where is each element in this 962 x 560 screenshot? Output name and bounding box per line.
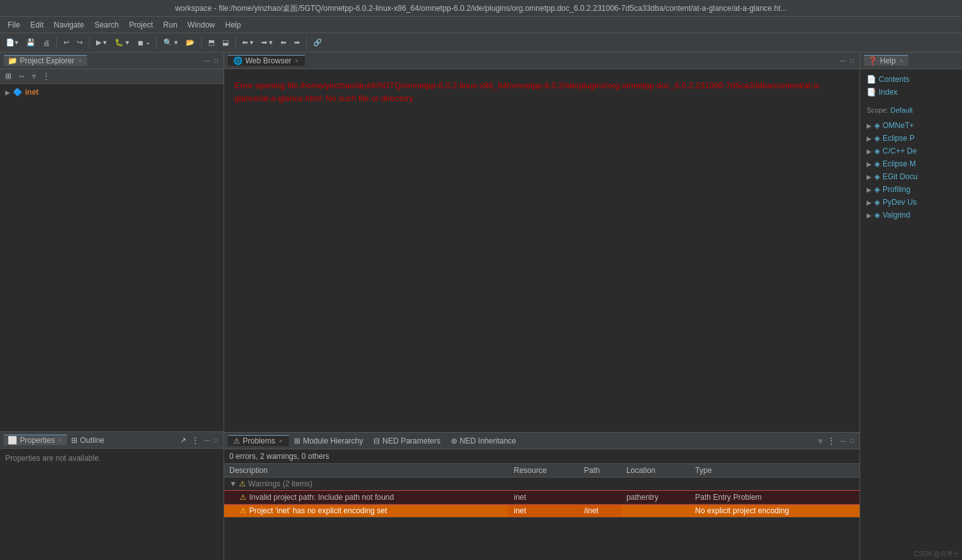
table-row-1[interactable]: ⚠ Invalid project path: Include path not… bbox=[224, 491, 860, 504]
tab-ned-inheritance[interactable]: ⊛ NED Inheritance bbox=[446, 435, 521, 446]
print-button[interactable]: 🖨 bbox=[40, 37, 53, 49]
help-item-profiling[interactable]: ▶ ◈ Profiling bbox=[864, 183, 958, 196]
ned-params-icon: ⊟ bbox=[373, 436, 380, 445]
col-description[interactable]: Description bbox=[224, 464, 509, 477]
tree-item-inet[interactable]: ▶ 🔷 inet bbox=[3, 86, 221, 98]
tab-module-hierarchy[interactable]: ⊞ Module Hierarchy bbox=[289, 435, 368, 446]
omnet-icon: ◈ bbox=[874, 121, 880, 130]
project-explorer-minimize[interactable]: — bbox=[202, 57, 212, 64]
nav1-button[interactable]: ⬅ bbox=[277, 36, 289, 49]
project-explorer-toolbar: ⊞ ↔ ▿ ⋮ bbox=[0, 69, 224, 84]
problems-filter-button[interactable]: ▿ bbox=[816, 435, 825, 447]
menu-item-window[interactable]: Window bbox=[183, 19, 220, 31]
redo-button[interactable]: ↪ bbox=[74, 36, 86, 49]
menu-item-help[interactable]: Help bbox=[220, 19, 247, 31]
external-button[interactable]: 🔗 bbox=[310, 36, 325, 49]
problems-maximize[interactable]: □ bbox=[848, 437, 856, 444]
project-explorer-maximize[interactable]: □ bbox=[212, 57, 220, 64]
properties-header: ⬜ Properties × ⊞ Outline ↗ ⋮ — □ bbox=[0, 432, 224, 449]
menu-item-navigate[interactable]: Navigate bbox=[49, 19, 89, 31]
help-item-pydev[interactable]: ▶ ◈ PyDev Us bbox=[864, 196, 958, 209]
row1-resource: inet bbox=[509, 491, 579, 504]
outline-label: Outline bbox=[80, 436, 104, 445]
tab-ned-parameters[interactable]: ⊟ NED Parameters bbox=[368, 435, 446, 446]
project-explorer-panel: 📁 Project Explorer × — □ ⊞ ↔ ▿ ⋮ ▶ 🔷 ine… bbox=[0, 52, 224, 432]
tree-icon-inet: 🔷 bbox=[13, 88, 22, 97]
properties-close[interactable]: × bbox=[58, 437, 63, 444]
tab-problems[interactable]: ⚠ Problems × bbox=[228, 435, 289, 446]
browser-maximize[interactable]: □ bbox=[848, 57, 856, 64]
explorer-menu-button[interactable]: ⋮ bbox=[40, 70, 53, 82]
forward-button[interactable]: ➡ ▾ bbox=[258, 36, 276, 49]
help-contents-link[interactable]: 📄 Contents bbox=[864, 73, 958, 86]
project-explorer-close[interactable]: × bbox=[77, 58, 83, 64]
tab-outline[interactable]: ⊞ Outline bbox=[67, 435, 108, 445]
tab-web-browser[interactable]: 🌐 Web Browser × bbox=[228, 55, 305, 66]
problems-menu-button[interactable]: ⋮ bbox=[825, 435, 838, 447]
group-collapse-icon[interactable]: ▼ bbox=[229, 479, 239, 488]
link-editor-button[interactable]: ↔ bbox=[15, 70, 28, 82]
nav2-button[interactable]: ➡ bbox=[291, 36, 303, 49]
row1-description: ⚠ Invalid project path: Include path not… bbox=[224, 491, 509, 504]
profiling-label: Profiling bbox=[883, 185, 910, 194]
browser-minimize[interactable]: — bbox=[838, 57, 848, 64]
open-type-button[interactable]: 📂 bbox=[183, 36, 198, 49]
project-explorer-header: 📁 Project Explorer × — □ bbox=[0, 52, 224, 69]
run-button[interactable]: ▶ ▾ bbox=[93, 36, 110, 49]
menu-bar: File Edit Navigate Search Project Run Wi… bbox=[0, 17, 962, 33]
help-item-omnet[interactable]: ▶ ◈ OMNeT+ bbox=[864, 119, 958, 132]
stop-button[interactable]: ⏹ ▾ bbox=[134, 37, 153, 49]
valgrind-icon: ◈ bbox=[874, 211, 880, 220]
save-button[interactable]: 💾 bbox=[23, 36, 38, 49]
tab-properties[interactable]: ⬜ Properties × bbox=[4, 435, 67, 445]
properties-maximize[interactable]: □ bbox=[212, 436, 220, 444]
chevron-eclipse-p: ▶ bbox=[867, 135, 872, 142]
menu-item-search[interactable]: Search bbox=[89, 19, 124, 31]
menu-item-project[interactable]: Project bbox=[124, 19, 158, 31]
col-location[interactable]: Location bbox=[621, 464, 690, 477]
browser-content: Error opening file /home/yinzhao/æ¡é¢/5G… bbox=[224, 69, 860, 432]
help-item-eclipse-p[interactable]: ▶ ◈ Eclipse P bbox=[864, 132, 958, 145]
left-panel: 📁 Project Explorer × — □ ⊞ ↔ ▿ ⋮ ▶ 🔷 ine… bbox=[0, 52, 224, 560]
col-resource[interactable]: Resource bbox=[509, 464, 579, 477]
help-close[interactable]: × bbox=[899, 58, 904, 64]
search-button[interactable]: 🔍 ▾ bbox=[160, 36, 181, 49]
perspective-button[interactable]: ⬓ bbox=[219, 36, 232, 49]
help-item-eclipse-m[interactable]: ▶ ◈ Eclipse M bbox=[864, 157, 958, 170]
problems-close[interactable]: × bbox=[278, 438, 284, 444]
col-type[interactable]: Type bbox=[690, 464, 860, 477]
prev-annotation-button[interactable]: ⬒ bbox=[205, 36, 218, 49]
help-item-valgrind[interactable]: ▶ ◈ Valgrind bbox=[864, 209, 958, 221]
help-item-cpp[interactable]: ▶ ◈ C/C++ De bbox=[864, 145, 958, 157]
properties-open-button[interactable]: ↗ bbox=[177, 435, 189, 446]
menu-item-edit[interactable]: Edit bbox=[25, 19, 49, 31]
center-panel: 🌐 Web Browser × — □ Error opening file /… bbox=[224, 52, 860, 560]
chevron-pydev: ▶ bbox=[867, 199, 872, 206]
menu-item-run[interactable]: Run bbox=[158, 19, 183, 31]
help-index-link[interactable]: 📑 Index bbox=[864, 86, 958, 99]
help-item-egit[interactable]: ▶ ◈ EGit Docu bbox=[864, 170, 958, 183]
table-row-2[interactable]: ⚠ Project 'inet' has no explicit encodin… bbox=[224, 504, 860, 518]
help-label: Help bbox=[880, 56, 896, 65]
properties-content: Properties are not available. bbox=[0, 449, 224, 560]
menu-item-file[interactable]: File bbox=[3, 19, 25, 31]
toolbar-sep-6 bbox=[306, 36, 307, 49]
toolbar-sep-2 bbox=[89, 36, 90, 49]
filter-button[interactable]: ▿ bbox=[29, 70, 38, 82]
row2-location bbox=[621, 504, 690, 518]
browser-close[interactable]: × bbox=[294, 58, 300, 64]
title-bar: workspace - file:/home/yinzhao/桌面/5GTQ/o… bbox=[0, 0, 962, 17]
eclipse-p-icon: ◈ bbox=[874, 134, 880, 143]
undo-button[interactable]: ↩ bbox=[60, 36, 72, 49]
chevron-cpp: ▶ bbox=[867, 148, 872, 155]
tab-project-explorer[interactable]: 📁 Project Explorer × bbox=[4, 55, 87, 66]
properties-menu-button[interactable]: ⋮ bbox=[189, 435, 202, 446]
new-button[interactable]: 📄▾ bbox=[3, 36, 22, 49]
tab-help[interactable]: ❓ Help × bbox=[864, 55, 908, 66]
col-path[interactable]: Path bbox=[579, 464, 621, 477]
collapse-all-button[interactable]: ⊞ bbox=[3, 70, 14, 82]
problems-minimize[interactable]: — bbox=[838, 437, 848, 444]
properties-minimize[interactable]: — bbox=[202, 436, 212, 444]
debug-button[interactable]: 🐛 ▾ bbox=[111, 36, 133, 49]
back-button[interactable]: ⬅ ▾ bbox=[239, 36, 257, 49]
